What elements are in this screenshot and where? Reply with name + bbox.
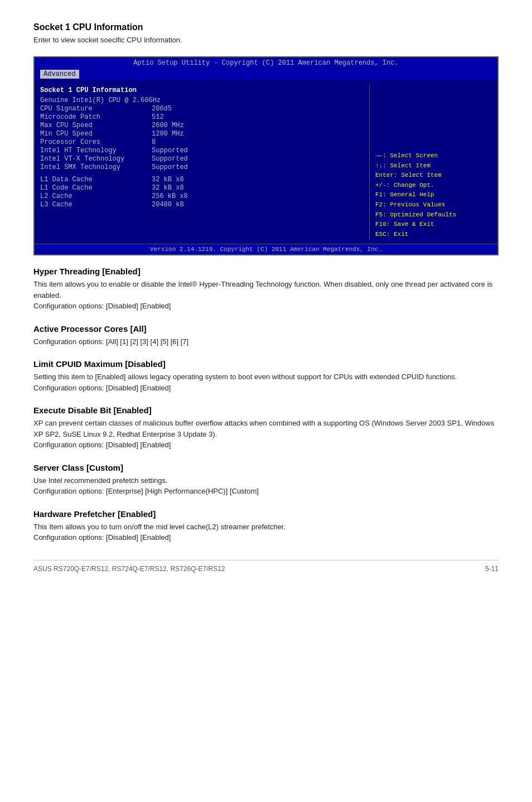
bios-row-label: Intel HT Technology	[40, 147, 152, 154]
bios-row: Processor Cores8	[40, 138, 364, 146]
section-desc: Configuration options: [All] [1] [2] [3]…	[33, 336, 499, 347]
bios-row: Microcode Patch512	[40, 113, 364, 121]
section-title: Server Class [Custom]	[33, 463, 499, 472]
section-title: Limit CPUID Maximum [Disabled]	[33, 359, 499, 369]
bios-sidebar-line: F1: General Help	[375, 190, 492, 200]
bios-cpu-model: Genuine Intel(R) CPU @ 2.60GHz	[40, 96, 364, 104]
content-sections: Hyper Threading [Enabled]This item allow…	[33, 267, 499, 543]
bios-row-value: 206d5	[152, 105, 172, 113]
bios-section-title: Socket 1 CPU Information	[40, 86, 364, 94]
section-desc: XP can prevent certain classes of malici…	[33, 418, 499, 451]
bios-row: Min CPU Speed1200 MHz	[40, 130, 364, 138]
bios-cache-row-value: 256 kB x8	[152, 192, 188, 200]
section-desc: Use Intel recommended prefetch settings.…	[33, 475, 499, 497]
bios-cache-row: L3 Cache20480 kB	[40, 201, 364, 209]
footer-left: ASUS RS720Q-E7/RS12, RS724Q-E7/RS12, RS7…	[33, 565, 225, 573]
content-section: Hyper Threading [Enabled]This item allow…	[33, 267, 499, 312]
section-title: Active Processor Cores [All]	[33, 324, 499, 334]
main-title: Socket 1 CPU Information	[33, 22, 499, 32]
section-desc: Setting this item to [Enabled] allows le…	[33, 371, 499, 393]
bios-row-value: 512	[152, 113, 164, 121]
bios-cache-row: L2 Cache256 kB x8	[40, 192, 364, 200]
bios-row: Intel VT-X TechnologySupported	[40, 155, 364, 163]
bios-tab-advanced[interactable]: Advanced	[40, 70, 79, 79]
content-section: Limit CPUID Maximum [Disabled]Setting th…	[33, 359, 499, 393]
bios-row-value: Supported	[152, 147, 188, 154]
bios-cache-row-label: L1 Code Cache	[40, 184, 152, 192]
content-section: Hardware Prefetcher [Enabled]This Item a…	[33, 509, 499, 543]
main-heading-section: Socket 1 CPU Information Enter to view s…	[33, 22, 499, 44]
bios-row: Max CPU Speed2600 MHz	[40, 122, 364, 129]
bios-cache-row: L1 Data Cache32 kB x8	[40, 176, 364, 183]
bios-sidebar-line: +/-: Change Opt.	[375, 181, 492, 191]
bios-row-label: Intel SMX Technology	[40, 163, 152, 171]
bios-sidebar-line: ESC: Exit	[375, 230, 492, 240]
bios-footer: Version 2.14.1219. Copyright (C) 2011 Am…	[35, 244, 497, 254]
bios-row: Intel HT TechnologySupported	[40, 147, 364, 154]
bios-row-label: CPU Signature	[40, 105, 152, 113]
bios-row: CPU Signature206d5	[40, 105, 364, 113]
content-section: Active Processor Cores [All]Configuratio…	[33, 324, 499, 347]
bios-rows-container: CPU Signature206d5Microcode Patch512Max …	[40, 105, 364, 171]
bios-row-label: Intel VT-X Technology	[40, 155, 152, 163]
page-footer: ASUS RS720Q-E7/RS12, RS724Q-E7/RS12, RS7…	[33, 560, 499, 573]
section-title: Hardware Prefetcher [Enabled]	[33, 509, 499, 519]
content-section: Execute Disable Bit [Enabled]XP can prev…	[33, 405, 499, 451]
bios-row-label: Min CPU Speed	[40, 130, 152, 138]
section-desc: This Item allows you to turn on/off the …	[33, 521, 499, 543]
bios-cache-row: L1 Code Cache32 kB x8	[40, 184, 364, 192]
content-section: Server Class [Custom]Use Intel recommend…	[33, 463, 499, 497]
bios-row-label: Processor Cores	[40, 138, 152, 146]
bios-sidebar: →←: Select Screen↑↓: Select ItemEnter: S…	[369, 84, 492, 239]
bios-body: Socket 1 CPU Information Genuine Intel(R…	[35, 80, 497, 244]
bios-row-value: Supported	[152, 163, 188, 171]
bios-row-label: Max CPU Speed	[40, 122, 152, 129]
bios-sidebar-line: ↑↓: Select Item	[375, 161, 492, 171]
bios-cache-row-value: 32 kB x8	[152, 184, 184, 192]
bios-cache-row-label: L1 Data Cache	[40, 176, 152, 183]
bios-sidebar-line: F10: Save & Exit	[375, 220, 492, 230]
footer-right: 5-11	[485, 565, 499, 573]
bios-cache-row-label: L2 Cache	[40, 192, 152, 200]
bios-cache-row-value: 20480 kB	[152, 201, 184, 209]
bios-sidebar-line: F5: Optimized Defaults	[375, 210, 492, 220]
bios-cache-row-value: 32 kB x8	[152, 176, 184, 183]
bios-sidebar-line: →←: Select Screen	[375, 151, 492, 161]
bios-row-label: Microcode Patch	[40, 113, 152, 121]
bios-row-value: 1200 MHz	[152, 130, 184, 138]
main-desc: Enter to view socket soecific CPU Inform…	[33, 36, 499, 44]
bios-main-panel: Socket 1 CPU Information Genuine Intel(R…	[40, 84, 369, 239]
bios-cache-rows-container: L1 Data Cache32 kB x8L1 Code Cache32 kB …	[40, 176, 364, 209]
bios-row-value: Supported	[152, 155, 188, 163]
bios-sidebar-line: Enter: Select Item	[375, 171, 492, 181]
bios-row-value: 2600 MHz	[152, 122, 184, 129]
bios-row: Intel SMX TechnologySupported	[40, 163, 364, 171]
bios-tab-bar: Advanced	[35, 69, 497, 80]
bios-cache-row-label: L3 Cache	[40, 201, 152, 209]
section-title: Execute Disable Bit [Enabled]	[33, 405, 499, 415]
bios-sidebar-line: F2: Previous Values	[375, 200, 492, 210]
bios-row-value: 8	[152, 138, 156, 146]
section-title: Hyper Threading [Enabled]	[33, 267, 499, 276]
bios-header: Aptio Setup Utility - Copyright (C) 2011…	[35, 57, 497, 69]
section-desc: This item allows you to enable or disabl…	[33, 279, 499, 312]
bios-screen: Aptio Setup Utility - Copyright (C) 2011…	[33, 56, 499, 255]
